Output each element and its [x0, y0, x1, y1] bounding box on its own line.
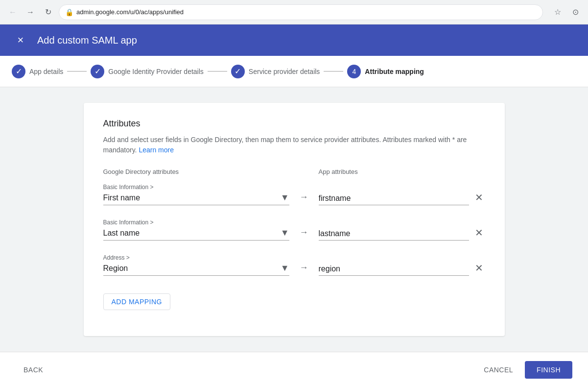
- step-connector-2: [208, 71, 227, 72]
- step-connector-3: [324, 71, 343, 72]
- app-header: × Add custom SAML app: [0, 24, 588, 56]
- card-title: Attributes: [103, 119, 485, 129]
- back-nav-button[interactable]: ←: [6, 5, 20, 19]
- google-attr-2: Address > Region ▼: [103, 254, 289, 276]
- step-4-label: Attribute mapping: [365, 68, 424, 75]
- main-content: Attributes Add and select user fields in…: [0, 87, 588, 352]
- step-4: 4 Attribute mapping: [347, 65, 424, 78]
- app-col-label: App attributes: [319, 168, 358, 175]
- step-connector-1: [67, 71, 87, 72]
- arrow-2: →: [289, 263, 319, 276]
- step-3: ✓ Service provider details: [231, 65, 320, 78]
- app-attr-input-wrapper-1: [319, 229, 469, 241]
- attr-value-2: Region: [103, 264, 281, 273]
- dropdown-icon-0[interactable]: ▼: [281, 193, 289, 203]
- app-attr-input-wrapper-2: [319, 265, 469, 276]
- app-col-header: App attributes: [319, 167, 485, 176]
- profile-button[interactable]: ⊙: [568, 5, 582, 19]
- forward-nav-button[interactable]: →: [24, 5, 37, 19]
- google-attr-1: Basic Information > Last name ▼: [103, 219, 289, 241]
- reload-button[interactable]: ↻: [41, 5, 55, 19]
- step-4-circle: 4: [347, 65, 361, 78]
- browser-chrome: ← → ↻ 🔒 admin.google.com/u/0/ac/apps/uni…: [0, 0, 588, 24]
- attr-select-0[interactable]: First name ▼: [103, 193, 289, 205]
- url-text: admin.google.com/u/0/ac/apps/unified: [76, 8, 184, 16]
- attr-value-1: Last name: [103, 229, 281, 238]
- mapping-row-2: Address > Region ▼ → ✕: [103, 254, 485, 276]
- learn-more-link[interactable]: Learn more: [139, 146, 174, 154]
- columns-header: Google Directory attributes App attribut…: [103, 167, 485, 178]
- attr-category-1: Basic Information >: [103, 219, 289, 226]
- check-icon-1: ✓: [16, 67, 22, 76]
- remove-button-2[interactable]: ✕: [473, 262, 485, 276]
- stepper: ✓ App details ✓ Google Identity Provider…: [0, 56, 588, 87]
- app-attr-input-wrapper-0: [319, 194, 469, 205]
- arrow-1: →: [289, 227, 319, 241]
- step-4-number: 4: [352, 68, 356, 75]
- app-attr-2: ✕: [319, 262, 485, 276]
- attr-select-1[interactable]: Last name ▼: [103, 228, 289, 241]
- finish-button[interactable]: FINISH: [525, 361, 572, 379]
- cancel-button[interactable]: CANCEL: [476, 362, 521, 378]
- step-2: ✓ Google Identity Provider details: [91, 65, 204, 78]
- footer: BACK CANCEL FINISH: [0, 352, 588, 387]
- address-bar[interactable]: 🔒 admin.google.com/u/0/ac/apps/unified: [59, 4, 543, 20]
- mapping-row-1: Basic Information > Last name ▼ → ✕: [103, 219, 485, 241]
- google-col-label: Google Directory attributes: [103, 168, 179, 175]
- arrow-0: →: [289, 192, 319, 205]
- footer-right: CANCEL FINISH: [476, 361, 572, 379]
- page-title: Add custom SAML app: [37, 35, 137, 46]
- remove-button-0[interactable]: ✕: [473, 192, 485, 205]
- step-1-circle: ✓: [12, 65, 25, 78]
- app-attr-1: ✕: [319, 227, 485, 241]
- close-button[interactable]: ×: [12, 31, 29, 49]
- attributes-card: Attributes Add and select user fields in…: [84, 103, 505, 336]
- attr-select-2[interactable]: Region ▼: [103, 263, 289, 276]
- app-attr-0: ✕: [319, 192, 485, 205]
- card-description: Add and select user fields in Google Dir…: [103, 135, 485, 155]
- step-1: ✓ App details: [12, 65, 63, 78]
- attr-category-2: Address >: [103, 254, 289, 261]
- app-attr-input-0[interactable]: [319, 194, 469, 203]
- step-2-label: Google Identity Provider details: [108, 68, 204, 75]
- check-icon-3: ✓: [235, 67, 241, 76]
- bookmark-button[interactable]: ☆: [551, 5, 564, 19]
- remove-button-1[interactable]: ✕: [473, 227, 485, 241]
- attr-category-0: Basic Information >: [103, 184, 289, 191]
- step-1-label: App details: [29, 68, 63, 75]
- add-mapping-button[interactable]: ADD MAPPING: [103, 293, 171, 310]
- step-3-circle: ✓: [231, 65, 245, 78]
- google-col-header: Google Directory attributes: [103, 167, 289, 176]
- step-3-label: Service provider details: [249, 68, 320, 75]
- app-attr-input-2[interactable]: [319, 265, 469, 273]
- mapping-row-0: Basic Information > First name ▼ → ✕: [103, 184, 485, 205]
- google-attr-0: Basic Information > First name ▼: [103, 184, 289, 205]
- check-icon-2: ✓: [94, 67, 101, 76]
- back-button[interactable]: BACK: [16, 362, 51, 378]
- dropdown-icon-1[interactable]: ▼: [281, 228, 289, 238]
- app-attr-input-1[interactable]: [319, 229, 469, 238]
- step-2-circle: ✓: [91, 65, 104, 78]
- attr-value-0: First name: [103, 194, 281, 202]
- dropdown-icon-2[interactable]: ▼: [281, 263, 289, 273]
- lock-icon: 🔒: [65, 8, 73, 16]
